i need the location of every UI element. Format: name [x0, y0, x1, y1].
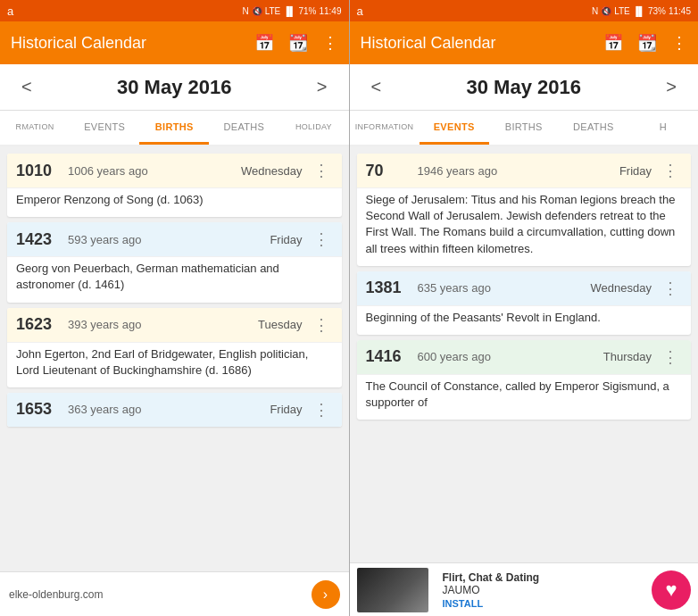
event-card-1423: 1423 593 years ago Friday ⋮ Georg von Pe…	[7, 222, 342, 302]
content-left: 1010 1006 years ago Wednesday ⋮ Emperor …	[0, 146, 349, 571]
tab-births-right[interactable]: BIRTHS	[489, 111, 559, 145]
next-arrow-right[interactable]: >	[659, 70, 684, 104]
calendar-icon-right[interactable]: 📅	[603, 33, 623, 53]
network-icon-right: N	[592, 6, 598, 16]
ad-app-name: Flirt, Chat & Dating	[443, 571, 645, 584]
event-age-1010: 1006 years ago	[68, 164, 234, 178]
toolbar-icons-left: 📅 📆 ⋮	[254, 33, 338, 53]
event-menu-1653[interactable]: ⋮	[310, 400, 333, 420]
app-title-left: Historical Calendar	[11, 34, 254, 53]
tabs-left: RMATION EVENTS BIRTHS DEATHS HOLIDAY	[0, 111, 349, 146]
prev-arrow-left[interactable]: <	[14, 70, 39, 104]
status-bar-right: a N 🔇 LTE ▐▌ 73% 11:45	[350, 0, 699, 21]
more-icon-right[interactable]: ⋮	[671, 33, 687, 53]
signal-bars-right: ▐▌	[633, 6, 645, 16]
right-panel: a N 🔇 LTE ▐▌ 73% 11:45 Historical Calend…	[350, 0, 699, 616]
status-left-right: a	[357, 4, 363, 18]
prev-arrow-right[interactable]: <	[364, 70, 389, 104]
tab-information-left[interactable]: RMATION	[0, 111, 70, 145]
event-year-1653: 1653	[16, 400, 61, 419]
calendar-icon-left[interactable]: 📅	[254, 33, 274, 53]
event-age-70: 1946 years ago	[418, 164, 612, 178]
event-body-70: Siege of Jerusalem: Titus and his Roman …	[357, 187, 692, 266]
date-nav-right: < 30 May 2016 >	[350, 64, 699, 111]
event-year-1423: 1423	[16, 230, 61, 249]
event-day-1423: Friday	[270, 233, 302, 246]
event-age-1623: 393 years ago	[68, 318, 251, 331]
event-body-1416: The Council of Constance, called by Empe…	[357, 374, 692, 420]
app-title-right: Historical Calendar	[361, 34, 604, 53]
event-age-1416: 600 years ago	[418, 350, 596, 363]
ad-install-button[interactable]: INSTALL	[443, 598, 645, 609]
status-right-right: N 🔇 LTE ▐▌ 73% 11:45	[592, 6, 691, 16]
tabs-right: INFORMATION EVENTS BIRTHS DEATHS H	[350, 111, 699, 146]
ad-app-brand: JAUMO	[443, 584, 645, 596]
tab-information-right[interactable]: INFORMATION	[350, 111, 420, 145]
event-day-1416: Thursday	[603, 350, 652, 363]
signal-lte-right: LTE	[614, 6, 630, 16]
mute-icon-right: 🔇	[601, 6, 611, 16]
tab-holiday-left[interactable]: HOLIDAY	[278, 111, 348, 145]
more-icon-left[interactable]: ⋮	[322, 33, 338, 53]
event-day-1381: Wednesday	[591, 281, 652, 295]
event-header-1381: 1381 635 years ago Wednesday ⋮	[357, 271, 692, 305]
network-icon-left: N	[242, 6, 248, 16]
event-card-1381: 1381 635 years ago Wednesday ⋮ Beginning…	[357, 271, 692, 335]
event-body-1423: Georg von Peuerbach, German mathematicia…	[7, 256, 342, 302]
event-menu-1381[interactable]: ⋮	[659, 279, 682, 298]
tab-events-left[interactable]: EVENTS	[70, 111, 139, 145]
time-right: 11:45	[669, 6, 691, 16]
event-day-1653: Friday	[270, 403, 302, 416]
event-card-1416: 1416 600 years ago Thursday ⋮ The Counci…	[357, 340, 692, 420]
event-body-1623: John Egerton, 2nd Earl of Bridgewater, E…	[7, 342, 342, 387]
tab-deaths-right[interactable]: DEATHS	[559, 111, 628, 145]
status-left: a	[7, 4, 13, 18]
event-year-1010: 1010	[16, 162, 61, 180]
event-header-1423: 1423 593 years ago Friday ⋮	[7, 222, 342, 256]
tab-events-right[interactable]: EVENTS	[420, 111, 489, 145]
event-header-1416: 1416 600 years ago Thursday ⋮	[357, 340, 692, 374]
ad-overlay-right: Flirt, Chat & Dating JAUMO INSTALL ♥	[350, 562, 699, 616]
status-right: N 🔇 LTE ▐▌ 71% 11:49	[242, 6, 341, 16]
event-menu-1423[interactable]: ⋮	[310, 229, 333, 249]
event-menu-70[interactable]: ⋮	[659, 161, 682, 180]
toolbar-right: Historical Calendar 📅 📆 ⋮	[350, 21, 699, 64]
ad-button-left[interactable]: ›	[312, 580, 340, 609]
event-menu-1416[interactable]: ⋮	[659, 347, 682, 367]
event-year-1381: 1381	[366, 279, 411, 297]
event-menu-1010[interactable]: ⋮	[310, 161, 333, 180]
event-header-1623: 1623 393 years ago Tuesday ⋮	[7, 308, 342, 342]
ad-banner-left: elke-oldenburg.com ›	[0, 571, 349, 616]
next-arrow-left[interactable]: >	[310, 70, 335, 104]
event-year-70: 70	[366, 162, 411, 180]
event-header-1653: 1653 363 years ago Friday ⋮	[7, 393, 342, 427]
event-day-70: Friday	[619, 164, 652, 178]
event-header-70: 70 1946 years ago Friday ⋮	[357, 154, 692, 187]
content-right: 70 1946 years ago Friday ⋮ Siege of Jeru…	[350, 146, 699, 562]
event-day-1623: Tuesday	[258, 318, 302, 331]
event-age-1381: 635 years ago	[418, 281, 584, 295]
toolbar-icons-right: 📅 📆 ⋮	[603, 33, 687, 53]
toolbar-left: Historical Calendar 📅 📆 ⋮	[0, 21, 349, 64]
event-card-1623: 1623 393 years ago Tuesday ⋮ John Egerto…	[7, 308, 342, 387]
event-card-1010: 1010 1006 years ago Wednesday ⋮ Emperor …	[7, 154, 342, 217]
calendar2-icon-right[interactable]: 📆	[637, 33, 657, 53]
calendar2-icon-left[interactable]: 📆	[288, 33, 308, 53]
tab-holiday-right[interactable]: H	[628, 111, 698, 145]
amazon-icon-right: a	[357, 4, 363, 18]
ad-heart-icon[interactable]: ♥	[652, 570, 691, 610]
event-year-1416: 1416	[366, 347, 411, 366]
tab-deaths-left[interactable]: DEATHS	[209, 111, 278, 145]
amazon-icon: a	[7, 4, 13, 18]
event-card-1653: 1653 363 years ago Friday ⋮	[7, 393, 342, 427]
date-nav-left: < 30 May 2016 >	[0, 64, 349, 111]
signal-bars-left: ▐▌	[283, 6, 295, 16]
ad-info-right: Flirt, Chat & Dating JAUMO INSTALL	[436, 571, 645, 609]
event-year-1623: 1623	[16, 315, 61, 334]
left-panel: a N 🔇 LTE ▐▌ 71% 11:49 Historical Calend…	[0, 0, 349, 616]
ad-text-left: elke-oldenburg.com	[9, 588, 304, 601]
event-menu-1623[interactable]: ⋮	[310, 315, 333, 335]
battery-right: 73%	[648, 6, 666, 16]
event-card-70: 70 1946 years ago Friday ⋮ Siege of Jeru…	[357, 154, 692, 266]
tab-births-left[interactable]: BIRTHS	[139, 111, 209, 145]
